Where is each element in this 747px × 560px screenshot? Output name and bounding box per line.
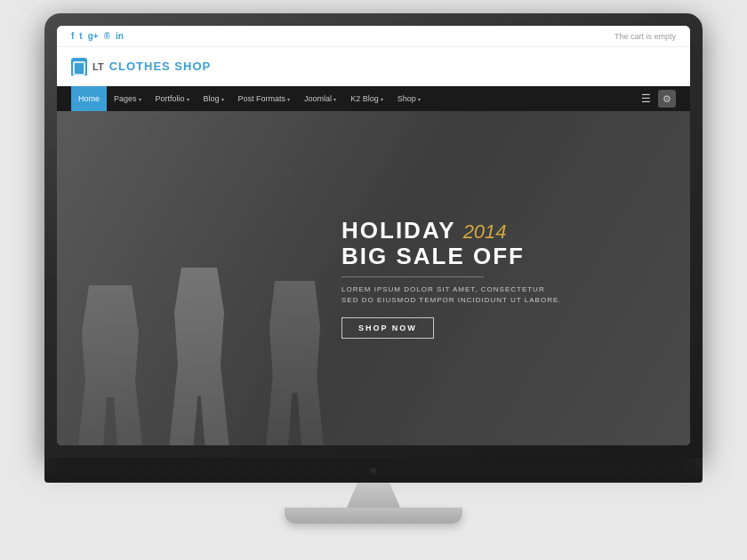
nav-item-post-formats[interactable]: Post Formats ▾ <box>231 86 298 111</box>
googleplus-icon[interactable]: g+ <box>88 31 99 41</box>
chevron-down-icon: ▾ <box>187 96 189 102</box>
monitor: f t g+ ® in The cart is empty LT CLOTHES… <box>36 13 711 547</box>
logo-name: CLOTHES SHOP <box>109 60 212 73</box>
twitter-icon[interactable]: t <box>79 31 82 41</box>
logo-lt: LT <box>92 61 104 72</box>
linkedin-icon[interactable]: in <box>116 31 124 41</box>
chevron-down-icon: ▾ <box>381 96 383 102</box>
settings-button[interactable]: ⚙ <box>658 90 676 108</box>
monitor-bezel-bottom <box>44 458 703 483</box>
nav-item-home[interactable]: Home <box>71 86 107 111</box>
hamburger-icon[interactable]: ☰ <box>641 92 651 105</box>
social-links: f t g+ ® in <box>71 31 124 41</box>
monitor-outer: f t g+ ® in The cart is empty LT CLOTHES… <box>44 13 703 458</box>
site-topbar: f t g+ ® in The cart is empty <box>57 26 690 47</box>
logo[interactable]: LT CLOTHES SHOP <box>71 58 211 76</box>
logo-icon <box>71 58 87 76</box>
hero-content: HOLIDAY 2014 BIG SALE OFF LOREM IPSUM DO… <box>324 200 579 356</box>
nav-item-pages[interactable]: Pages ▾ <box>107 86 149 111</box>
hero-title-row1: HOLIDAY 2014 <box>341 218 561 244</box>
monitor-stand-base <box>285 508 462 524</box>
chevron-down-icon: ▾ <box>287 96 290 102</box>
hero-title-year: 2014 <box>463 220 507 244</box>
nav-item-k2blog[interactable]: K2 Blog ▾ <box>343 86 390 111</box>
nav-item-shop[interactable]: Shop ▾ <box>390 86 428 111</box>
monitor-camera <box>367 464 380 476</box>
shop-now-button[interactable]: SHOP NOW <box>341 317 434 339</box>
hero-description: LOREM IPSUM DOLOR SIT AMET, CONSECTETUR … <box>341 284 561 308</box>
chevron-down-icon: ▾ <box>139 96 141 102</box>
chevron-down-icon: ▾ <box>221 96 224 102</box>
monitor-screen: f t g+ ® in The cart is empty LT CLOTHES… <box>57 26 690 445</box>
nav-menu: Home Pages ▾ Portfolio ▾ Blog ▾ <box>71 86 428 111</box>
facebook-icon[interactable]: f <box>71 31 74 41</box>
pinterest-icon[interactable]: ® <box>104 31 110 41</box>
hero-title-holiday: HOLIDAY <box>341 218 456 244</box>
monitor-stand-neck <box>347 483 400 508</box>
hero-divider <box>341 276 484 277</box>
nav-item-portfolio[interactable]: Portfolio ▾ <box>149 86 197 111</box>
site-nav: Home Pages ▾ Portfolio ▾ Blog ▾ <box>57 86 690 111</box>
hero-title-sale: BIG SALE OFF <box>341 244 561 269</box>
hero-section: HOLIDAY 2014 BIG SALE OFF LOREM IPSUM DO… <box>57 111 690 445</box>
chevron-down-icon: ▾ <box>418 96 421 102</box>
cart-status: The cart is empty <box>614 32 676 41</box>
nav-right: ☰ ⚙ <box>641 90 676 108</box>
nav-item-joomla[interactable]: Joomlal ▾ <box>297 86 343 111</box>
site-header: LT CLOTHES SHOP <box>57 47 690 86</box>
nav-item-blog[interactable]: Blog ▾ <box>197 86 231 111</box>
gear-icon: ⚙ <box>663 93 671 105</box>
chevron-down-icon: ▾ <box>333 96 336 102</box>
